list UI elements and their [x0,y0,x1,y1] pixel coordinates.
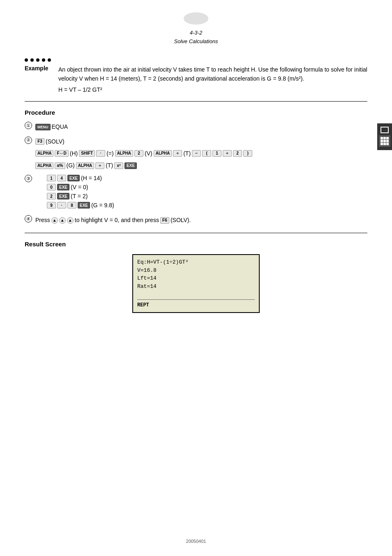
key-minus: – [192,150,201,157]
step4-content: Press ▲ ▲ ▲ to highlight V = 0, and then… [35,215,191,225]
example-text: An object thrown into the air at initial… [58,65,367,83]
key-alpha-2: ALPHA [115,150,133,157]
formula: H = VT – 1/2 GT² [58,86,367,93]
result-screen-bottom: REPT [137,299,255,309]
key-exe-2: EXE [67,175,80,181]
key-exe-5: EXE [78,202,90,208]
key-1b: 1 [47,175,56,181]
key-0: 0 [47,184,56,190]
key-2: 2 [134,150,143,157]
step1-text: EQUA [52,122,68,132]
key-8: 8 [67,202,76,208]
step3-content: 1 4 EXE (H = 14) 0 EXE (V = 0) 2 EXE (T … [47,175,114,211]
key-shift: SHIFT [79,150,95,157]
key-2c: 2 [47,193,56,199]
key-g-label: (G) [67,160,75,171]
key-alpha-5: ALPHA [76,162,94,169]
procedure-title: Procedure [25,109,367,116]
key-exe-1: EXE [125,162,137,169]
step2-main: F3 (SOLV) [35,137,252,147]
bullet-dot-3 [36,58,39,62]
key-alpha-1: ALPHA [35,150,53,157]
step1-content: MENU EQUA [35,122,68,132]
step4-text-mid: to highlight V = 0, and then press [75,215,159,225]
step1-num: ① [25,122,32,129]
step4-num: ④ [25,215,32,222]
step3-sub3-text: (T = 2) [71,193,88,199]
footer-text: 20050401 [186,539,206,544]
step3-sub1-text: (H = 14) [81,175,102,181]
step3-sub4-text: (G = 9.8) [91,202,114,208]
screen-icon [380,127,389,133]
divider-2 [25,233,367,233]
key-div-3: ÷ [95,162,104,169]
step2-row1: ALPHA F↔D (H) SHIFT · (=) ALPHA 2 (V) AL… [35,148,252,159]
result-line4: Rat=14 [137,283,255,291]
key-alpha-4: ALPHA [35,162,53,169]
example-label: Example [25,65,53,83]
key-x2: x² [114,162,123,169]
result-line2: V=16.8 [137,266,255,275]
arrow-up-3: ▲ [67,217,74,224]
arrow-up-2: ▲ [59,217,66,224]
bullet-dot-2 [30,58,34,62]
key-alpha-pct: α% [55,162,65,169]
footer: 20050401 [0,539,392,544]
step4-f6-key: F6 [160,217,169,224]
header-circle [184,12,208,25]
result-title: Result Screen [25,241,367,248]
key-rparen: ) [243,150,252,157]
bullet-dot-4 [42,58,45,62]
result-section: Result Screen Eq:H=VT-(1÷2)GT² V=16.8 Lf… [25,241,367,313]
key-t-label-2: (T) [106,160,113,171]
key-alpha-3: ALPHA [154,150,172,157]
key-exe-3: EXE [57,184,69,190]
step3-sub4: 9 · 8 EXE (G = 9.8) [47,202,114,208]
step2-num: ② [25,137,32,144]
bullet-dots [25,58,367,62]
grid-icon [380,137,389,145]
step3-num: ③ [25,175,32,182]
step2-row2: ALPHA α% (G) ALPHA ÷ (T) x² EXE [35,160,252,171]
procedure-step-4: ④ Press ▲ ▲ ▲ to highlight V = 0, and th… [25,215,367,225]
key-4: 4 [57,175,66,181]
result-screen: Eq:H=VT-(1÷2)GT² V=16.8 Lft=14 Rat=14 RE… [132,254,260,313]
key-2b: 2 [233,150,242,157]
step2-text: (SOLV) [46,137,65,147]
step4-text-after: (SOLV). [171,215,191,225]
key-eq-label: (=) [106,148,114,159]
procedure-step-3: ③ 1 4 EXE (H = 14) 0 EXE (V = 0) 2 EXE (… [25,175,367,211]
step4-text-before: Press [35,215,50,225]
step2-f3-key: F3 [35,138,44,145]
procedure-step-2: ② F3 (SOLV) ALPHA F↔D (H) SHIFT · (=) AL… [25,137,367,171]
key-dot-1: · [96,150,105,157]
key-div-2: ÷ [223,150,232,157]
key-dot-2: · [57,202,66,208]
step3-sub2-text: (V = 0) [71,184,88,190]
step2-content: F3 (SOLV) ALPHA F↔D (H) SHIFT · (=) ALPH… [35,137,252,171]
key-t-label-1: (T) [183,148,191,159]
sidebar-tab[interactable] [377,123,392,150]
key-v-label: (V) [145,148,152,159]
step1-menu-key: MENU [35,124,51,130]
bullet-dot-5 [48,58,51,62]
key-1: 1 [212,150,221,157]
key-div-1: ÷ [173,150,182,157]
procedure-section: Procedure ① MENU EQUA ② F3 (SOLV) ALPHA … [25,109,367,225]
example-row: Example An object thrown into the air at… [25,65,367,83]
result-line3: Lft=14 [137,274,255,283]
page-title-line1: 4-3-2 [25,29,367,37]
example-section: Example An object thrown into the air at… [25,65,367,93]
page-title-line2: Solve Calculations [25,37,367,46]
result-screen-content: Eq:H=VT-(1÷2)GT² V=16.8 Lft=14 Rat=14 [137,258,255,295]
step3-sub3: 2 EXE (T = 2) [47,193,114,199]
step3-sub2: 0 EXE (V = 0) [47,184,114,190]
divider-1 [25,101,367,102]
procedure-step-1: ① MENU EQUA [25,122,367,132]
page: 4-3-2 Solve Calculations Example An obje… [0,0,392,556]
key-exe-4: EXE [57,193,69,199]
key-fd: F↔D [55,150,68,157]
page-header: 4-3-2 Solve Calculations [25,8,367,54]
key-9: 9 [47,202,56,208]
result-screen-wrapper: Eq:H=VT-(1÷2)GT² V=16.8 Lft=14 Rat=14 RE… [25,254,367,313]
